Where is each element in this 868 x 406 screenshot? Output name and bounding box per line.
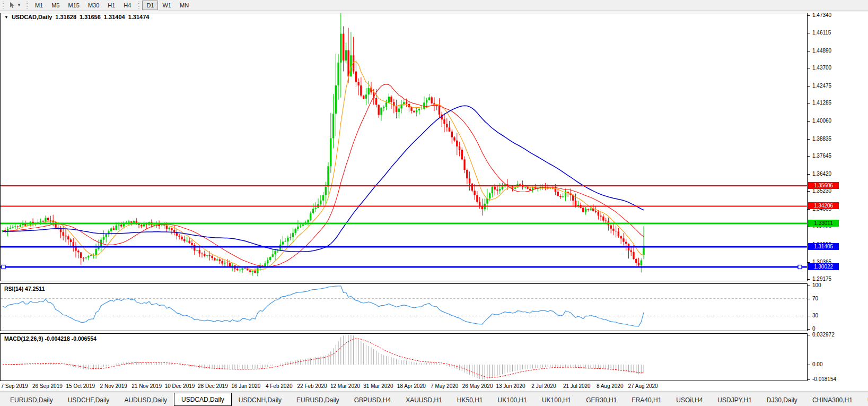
ma-fast-line	[3, 62, 644, 270]
chart-tab-bar: EURUSD,DailyUSDCHF,DailyAUDUSD,DailyUSDC…	[0, 391, 868, 406]
hline-handle	[798, 265, 802, 269]
chart-tab-usoil-h4[interactable]: USOil,H4	[669, 395, 709, 406]
chart-window: ▼ USDCAD,Daily 1.31628 1.31656 1.31404 1…	[0, 12, 868, 391]
price-tick-label: 1.40060	[808, 118, 831, 124]
hline-handle	[2, 265, 5, 269]
macd-canvas[interactable]	[1, 334, 807, 381]
price-tick-label: 1.41285	[808, 100, 831, 106]
chart-tab-xauusd-h1[interactable]: XAUUSD,H1	[399, 395, 449, 406]
timeframe-button-d1[interactable]: D1	[142, 1, 158, 10]
date-label: 26 Sep 2019	[32, 383, 63, 389]
rsi-tick-label: 100	[808, 282, 821, 289]
chart-tab-usoil-h1[interactable]: USOil,H1	[861, 395, 868, 406]
dropdown-caret-icon: ▼	[17, 2, 21, 9]
price-tick-label: 1.37645	[808, 153, 831, 159]
timeframe-button-h4[interactable]: H4	[119, 1, 135, 10]
rsi-pane[interactable]: RSI(14) 47.2511	[0, 283, 808, 331]
chart-symbol-label: USDCAD,Daily	[12, 14, 52, 20]
price-tick-label: 1.36420	[808, 171, 831, 177]
hline-price-badge[interactable]: 1.34206	[808, 202, 839, 209]
price-tick-label: 1.47340	[808, 12, 831, 19]
date-label: 10 Dec 2019	[165, 383, 195, 389]
price-axis: 1.473401.461151.448901.437001.424751.412…	[808, 12, 868, 391]
candles	[2, 13, 644, 277]
cursor-tool-button[interactable]: ▼	[7, 1, 24, 10]
chart-tab-china300-h1[interactable]: CHINA300,H1	[805, 395, 860, 406]
rsi-line	[3, 286, 644, 326]
toolbar-grip[interactable]	[138, 2, 139, 9]
timeframe-button-m15[interactable]: M15	[64, 1, 83, 10]
toolbar-grip[interactable]	[3, 2, 4, 9]
chart-tab-gbpusd-h4[interactable]: GBPUSD,H4	[347, 395, 398, 406]
macd-tick-label: -0.018154	[808, 376, 836, 383]
ohlc-close: 1.31474	[128, 14, 150, 20]
date-label: 27 Aug 2020	[628, 383, 658, 389]
chart-tab-audusd-daily[interactable]: AUDUSD,Daily	[117, 395, 174, 406]
collapse-caret-icon[interactable]: ▼	[4, 15, 8, 20]
date-label: 21 Jul 2020	[563, 383, 591, 389]
chart-tab-fra40-h1[interactable]: FRA40,H1	[625, 395, 668, 406]
price-tick-label: 1.38835	[808, 136, 831, 142]
date-label: 7 May 2020	[431, 383, 458, 389]
price-tick-label: 1.46115	[808, 30, 831, 36]
rsi-tick-label: 30	[808, 313, 818, 319]
macd-tick-label: 0.032972	[808, 332, 835, 338]
price-tick-label: 1.35230	[808, 188, 831, 194]
macd-histogram	[3, 335, 644, 379]
price-tick-label: 1.44890	[808, 48, 831, 54]
date-label: 21 Nov 2019	[131, 383, 162, 389]
date-label: 22 Feb 2020	[297, 383, 327, 389]
ohlc-low: 1.31404	[104, 14, 125, 20]
top-toolbar: ▼ M1M5M15M30H1H4D1W1MN	[0, 0, 868, 11]
timeframe-button-m30[interactable]: M30	[84, 1, 103, 10]
chart-tab-uk100-h1[interactable]: UK100,H1	[491, 395, 534, 406]
chart-tab-ger30-h1[interactable]: GER30,H1	[579, 395, 624, 406]
cursor-icon	[10, 2, 15, 8]
toolbar-grip[interactable]	[27, 2, 28, 9]
ma-mid-line	[3, 84, 644, 267]
date-label: 13 Jun 2020	[496, 383, 525, 389]
date-label: 7 Sep 2019	[1, 383, 28, 389]
ohlc-open: 1.31628	[55, 14, 76, 20]
date-label: 15 Oct 2019	[66, 383, 95, 389]
chart-tab-eurusd-daily[interactable]: EURUSD,Daily	[3, 395, 60, 406]
hline-price-badge[interactable]: 1.35606	[808, 182, 839, 189]
timeframe-button-group: M1M5M15M30H1H4D1W1MN	[31, 1, 193, 10]
macd-label: MACD(12,26,9) -0.004218 -0.006554	[4, 335, 97, 342]
date-label: 31 Mar 2020	[363, 383, 393, 389]
hline-price-badge[interactable]: 1.31405	[808, 243, 839, 250]
price-chart-canvas[interactable]	[1, 13, 807, 281]
chart-tab-dj30-daily[interactable]: DJ30,Daily	[760, 395, 804, 406]
chart-tab-usdcad-daily[interactable]: USDCAD,Daily	[174, 393, 232, 406]
rsi-levels	[1, 299, 807, 316]
macd-pane[interactable]: MACD(12,26,9) -0.004218 -0.006554	[0, 333, 808, 381]
timeframe-button-w1[interactable]: W1	[158, 1, 176, 10]
date-label: 26 May 2020	[462, 383, 493, 389]
date-label: 4 Feb 2020	[266, 383, 293, 389]
hline-price-badge[interactable]: 1.30022	[808, 263, 839, 270]
chart-tab-usdjpy-h1[interactable]: USDJPY,H1	[711, 395, 758, 406]
rsi-tick-label: 70	[808, 296, 818, 302]
rsi-label: RSI(14) 47.2511	[4, 286, 45, 292]
chart-tab-hk50-h1[interactable]: HK50,H1	[450, 395, 490, 406]
price-tick-label: 1.43700	[808, 65, 831, 71]
ma-slow-line	[3, 106, 644, 252]
date-label: 2 Nov 2019	[100, 383, 127, 389]
hline-price-badge[interactable]: 1.33011	[808, 220, 839, 227]
rsi-canvas[interactable]	[1, 284, 807, 331]
timeframe-button-mn[interactable]: MN	[176, 1, 193, 10]
macd-tick-label: 0.00	[808, 361, 822, 368]
date-label: 8 Aug 2020	[597, 383, 624, 389]
date-axis: 7 Sep 201926 Sep 201915 Oct 20192 Nov 20…	[0, 382, 808, 391]
price-pane[interactable]	[0, 13, 808, 281]
timeframe-button-m1[interactable]: M1	[31, 1, 47, 10]
timeframe-button-m5[interactable]: M5	[47, 1, 64, 10]
chart-tab-eurusd-daily[interactable]: EURUSD,Daily	[290, 395, 346, 406]
date-label: 18 Apr 2020	[397, 383, 426, 389]
chart-tab-usdcnh-daily[interactable]: USDCNH,Daily	[232, 395, 288, 406]
chart-tab-uk100-h1[interactable]: UK100,H1	[535, 395, 578, 406]
price-tick-label: 1.42475	[808, 83, 831, 89]
ohlc-high: 1.31656	[80, 14, 101, 20]
chart-tab-usdchf-daily[interactable]: USDCHF,Daily	[61, 395, 117, 406]
timeframe-button-h1[interactable]: H1	[103, 1, 119, 10]
